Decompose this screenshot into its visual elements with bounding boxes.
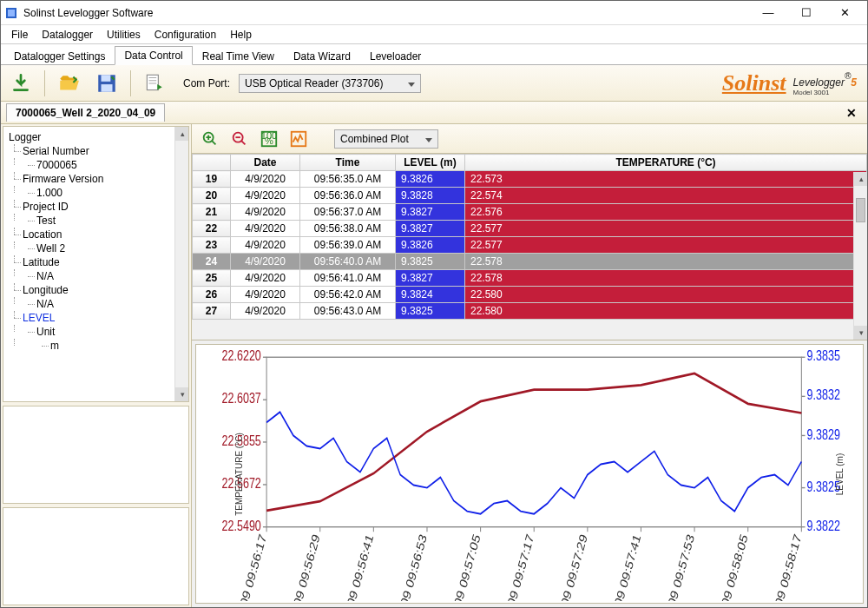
- cell-temp: 22.578: [465, 270, 867, 287]
- tree-fw-value[interactable]: 1.000: [36, 187, 62, 199]
- export-button[interactable]: [140, 69, 169, 98]
- cell-date: 4/9/2020: [231, 254, 300, 270]
- svg-rect-4: [102, 84, 113, 92]
- tree-serial-label[interactable]: Serial Number: [23, 145, 89, 157]
- svg-text:04/09 09:57:29: 04/09 09:57:29: [554, 532, 589, 601]
- menu-configuration[interactable]: Configuration: [148, 27, 223, 43]
- tree-proj-value[interactable]: Test: [36, 215, 56, 227]
- zoom-in-button[interactable]: [199, 128, 221, 150]
- tree-loc-label[interactable]: Location: [23, 228, 62, 241]
- tree-unit-label[interactable]: Unit: [36, 326, 55, 338]
- cell-level: 9.3827: [396, 270, 465, 287]
- col-date[interactable]: Date: [231, 155, 300, 171]
- cell-level: 9.3826: [396, 237, 465, 254]
- cell-rownum: 24: [193, 254, 231, 270]
- comport-select[interactable]: USB Optical Reader (373706): [239, 74, 421, 93]
- col-temp[interactable]: TEMPERATURE (°C): [465, 155, 867, 171]
- menu-datalogger[interactable]: Datalogger: [35, 27, 100, 43]
- menu-help[interactable]: Help: [223, 27, 259, 43]
- tree-lon-label[interactable]: Longitude: [23, 284, 69, 296]
- window-title: Solinst Levelogger Software: [23, 7, 749, 19]
- svg-text:9.3832: 9.3832: [807, 387, 840, 403]
- sidebar-panel-3: [3, 507, 189, 605]
- toolbar: Com Port: USB Optical Reader (373706) So…: [1, 65, 867, 102]
- save-button[interactable]: [92, 69, 122, 98]
- plot-mode-select[interactable]: Combined Plot: [334, 129, 438, 149]
- table-row[interactable]: 234/9/202009:56:39.0 AM9.382622.577: [193, 237, 867, 254]
- tree-lat-value[interactable]: N/A: [36, 270, 54, 282]
- table-row[interactable]: 194/9/202009:56:35.0 AM9.382622.573: [193, 171, 867, 188]
- col-rownum[interactable]: [193, 155, 231, 171]
- cell-temp: 22.577: [465, 221, 867, 237]
- cell-time: 09:56:37.0 AM: [300, 204, 396, 221]
- cell-temp: 22.578: [465, 254, 867, 270]
- tree-loc-value[interactable]: Well 2: [36, 242, 65, 254]
- cell-date: 4/9/2020: [231, 287, 300, 303]
- tree-lat-label[interactable]: Latitude: [23, 256, 60, 268]
- table-row[interactable]: 214/9/202009:56:37.0 AM9.382722.576: [193, 204, 867, 221]
- tab-datalogger-settings[interactable]: Datalogger Settings: [4, 47, 115, 65]
- document-tab-row: 7000065_Well 2_2020_04_09 ✕: [1, 102, 867, 124]
- svg-text:04/09 09:56:17: 04/09 09:56:17: [233, 532, 268, 601]
- open-folder-button[interactable]: [54, 69, 83, 98]
- cell-rownum: 27: [193, 303, 231, 320]
- cell-level: 9.3824: [396, 287, 465, 303]
- col-level[interactable]: LEVEL (m): [396, 155, 465, 171]
- tree-scrollbar[interactable]: ▴▾: [174, 127, 188, 401]
- cell-level: 9.3826: [396, 171, 465, 188]
- menu-utilities[interactable]: Utilities: [100, 27, 148, 43]
- tree-serial-value[interactable]: 7000065: [36, 159, 77, 171]
- close-button[interactable]: ✕: [825, 1, 864, 25]
- data-table-wrap: Date Time LEVEL (m) TEMPERATURE (°C) 194…: [192, 154, 867, 340]
- tab-data-wizard[interactable]: Data Wizard: [284, 47, 360, 65]
- cell-rownum: 25: [193, 270, 231, 287]
- comport-value: USB Optical Reader (373706): [245, 77, 383, 89]
- tree-level-label[interactable]: LEVEL: [23, 312, 55, 324]
- tree-fw-label[interactable]: Firmware Version: [23, 173, 103, 185]
- chart-signal-button[interactable]: [287, 128, 310, 150]
- chart-area[interactable]: TEMPERATURE (°C) LEVEL (m) 22.549022.567…: [195, 344, 864, 604]
- svg-text:22.6220: 22.6220: [222, 350, 261, 364]
- col-time[interactable]: Time: [300, 155, 396, 171]
- svg-text:04/09 09:56:29: 04/09 09:56:29: [286, 532, 322, 601]
- tree-root[interactable]: Logger: [7, 130, 187, 144]
- table-row[interactable]: 204/9/202009:56:36.0 AM9.382822.574: [193, 188, 867, 204]
- metadata-tree[interactable]: Logger Serial Number 7000065 Firmware Ve…: [3, 127, 188, 356]
- tab-leveloader[interactable]: Leveloader: [360, 47, 431, 65]
- table-row[interactable]: 224/9/202009:56:38.0 AM9.382722.577: [193, 221, 867, 237]
- zoom-reset-button[interactable]: 100%: [258, 128, 280, 150]
- cell-date: 4/9/2020: [231, 221, 300, 237]
- menu-file[interactable]: File: [4, 27, 35, 43]
- brand-levelogger: Levelogger®5 Model 3001: [793, 70, 857, 96]
- zoom-out-button[interactable]: [228, 128, 251, 150]
- table-scrollbar[interactable]: ▴▾: [853, 172, 867, 340]
- table-row[interactable]: 274/9/202009:56:43.0 AM9.382522.580: [193, 303, 867, 320]
- cell-temp: 22.580: [465, 287, 867, 303]
- table-row[interactable]: 254/9/202009:56:41.0 AM9.382722.578: [193, 270, 867, 287]
- cell-level: 9.3828: [396, 188, 465, 204]
- titlebar: Solinst Levelogger Software — ☐ ✕: [1, 1, 867, 25]
- cell-level: 9.3825: [396, 303, 465, 320]
- maximize-button[interactable]: ☐: [787, 1, 825, 25]
- sidebar: Logger Serial Number 7000065 Firmware Ve…: [1, 124, 192, 607]
- svg-text:9.3835: 9.3835: [807, 350, 840, 364]
- cell-time: 09:56:41.0 AM: [300, 270, 396, 287]
- svg-rect-1: [8, 10, 15, 17]
- tab-real-time-view[interactable]: Real Time View: [193, 47, 284, 65]
- cell-date: 4/9/2020: [231, 303, 300, 320]
- cell-rownum: 26: [193, 287, 231, 303]
- tree-lon-value[interactable]: N/A: [36, 298, 54, 310]
- tab-data-control[interactable]: Data Control: [115, 46, 192, 65]
- table-row[interactable]: 244/9/202009:56:40.0 AM9.382522.578: [193, 254, 867, 270]
- document-tab[interactable]: 7000065_Well 2_2020_04_09: [6, 103, 165, 122]
- svg-text:04/09 09:56:53: 04/09 09:56:53: [393, 532, 429, 601]
- svg-text:%: %: [265, 135, 273, 146]
- data-table[interactable]: Date Time LEVEL (m) TEMPERATURE (°C) 194…: [192, 154, 867, 320]
- document-close-button[interactable]: ✕: [841, 104, 862, 122]
- download-button[interactable]: [6, 69, 36, 98]
- minimize-button[interactable]: —: [749, 1, 787, 25]
- table-row[interactable]: 264/9/202009:56:42.0 AM9.382422.580: [193, 287, 867, 303]
- brand-solinst: Solinst: [722, 70, 786, 96]
- tree-unit-value[interactable]: m: [50, 340, 59, 352]
- tree-proj-label[interactable]: Project ID: [23, 201, 69, 213]
